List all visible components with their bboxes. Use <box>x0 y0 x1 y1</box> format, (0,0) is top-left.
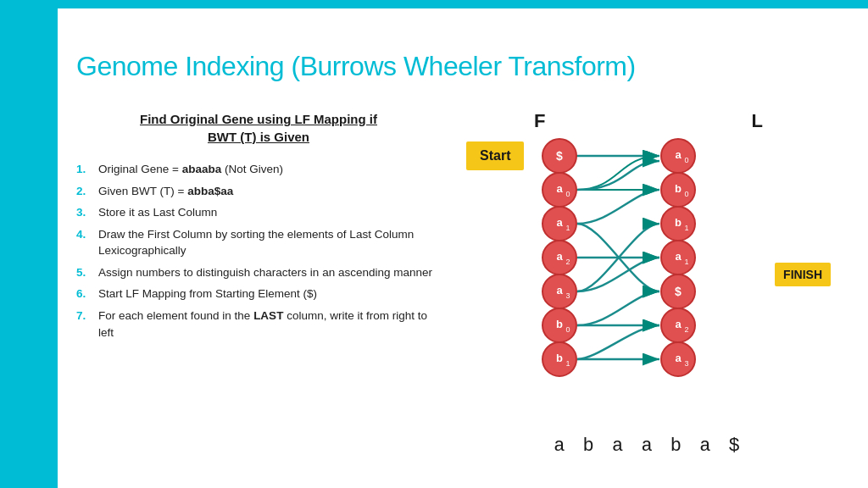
svg-text:a: a <box>556 182 563 195</box>
left-panel: Find Original Gene using LF Mapping if B… <box>76 110 441 346</box>
start-badge: Start <box>466 141 524 170</box>
svg-text:a: a <box>675 318 682 330</box>
list-item: 5. Assign numbers to distinguish charact… <box>76 264 441 281</box>
svg-text:a: a <box>675 250 682 263</box>
svg-text:a: a <box>675 148 682 161</box>
left-sidebar <box>0 0 58 488</box>
list-item: 6. Start LF Mapping from Starting Elemen… <box>76 286 441 302</box>
svg-text:0: 0 <box>684 190 688 198</box>
list-item: 2. Given BWT (T) = abba$aa <box>76 183 441 200</box>
svg-text:b: b <box>675 182 682 195</box>
step-number: 5. <box>76 264 92 281</box>
svg-text:3: 3 <box>684 359 688 368</box>
svg-text:a: a <box>556 250 563 263</box>
right-panel: F L Start FINISH <box>466 110 831 457</box>
step-number: 6. <box>76 286 92 302</box>
list-item: 1. Original Gene = abaaba (Not Given) <box>76 161 441 178</box>
section-title: Find Original Gene using LF Mapping if B… <box>76 110 441 146</box>
svg-text:1: 1 <box>565 224 570 232</box>
svg-text:3: 3 <box>565 291 570 300</box>
l-column-label: L <box>752 110 763 132</box>
svg-text:b: b <box>556 352 563 364</box>
bottom-sequence: a b a a b a $ <box>466 435 831 457</box>
list-item: 4. Draw the First Column by sorting the … <box>76 226 441 259</box>
top-bar <box>0 0 868 8</box>
step-text: Draw the First Column by sorting the ele… <box>98 226 441 259</box>
finish-badge: FINISH <box>775 263 831 286</box>
svg-text:0: 0 <box>565 325 570 334</box>
svg-text:a: a <box>675 352 682 364</box>
svg-text:a: a <box>556 216 563 229</box>
lf-mapping-diagram: $ a 0 a 1 a 2 a 3 <box>466 137 788 425</box>
step-text: Assign numbers to distinguish characters… <box>98 264 441 281</box>
svg-text:a: a <box>556 284 563 297</box>
step-number: 1. <box>76 161 92 178</box>
step-number: 7. <box>76 308 92 341</box>
list-item: 3. Store it as Last Column <box>76 204 441 221</box>
svg-text:1: 1 <box>684 258 688 266</box>
svg-text:2: 2 <box>565 258 570 266</box>
list-item: 7. For each element found in the LAST co… <box>76 308 441 341</box>
f-column-label: F <box>534 110 545 132</box>
svg-text:0: 0 <box>684 156 688 164</box>
step-number: 2. <box>76 183 92 200</box>
steps-list: 1. Original Gene = abaaba (Not Given) 2.… <box>76 161 441 341</box>
svg-text:0: 0 <box>565 190 570 198</box>
svg-text:b: b <box>556 318 563 330</box>
page-title: Genome Indexing (Burrows Wheeler Transfo… <box>76 51 636 82</box>
step-number: 4. <box>76 226 92 259</box>
step-text: Given BWT (T) = abba$aa <box>98 183 441 200</box>
step-text: For each element found in the LAST colum… <box>98 308 441 341</box>
svg-text:1: 1 <box>684 224 688 232</box>
step-text: Start LF Mapping from Starting Element (… <box>98 286 441 302</box>
svg-text:b: b <box>675 216 682 229</box>
step-text: Store it as Last Column <box>98 204 441 221</box>
svg-text:$: $ <box>556 149 563 163</box>
diagram-container: Start FINISH <box>466 137 831 429</box>
step-text: Original Gene = abaaba (Not Given) <box>98 161 441 178</box>
svg-text:2: 2 <box>684 325 688 334</box>
svg-text:1: 1 <box>565 359 570 368</box>
svg-text:$: $ <box>675 285 682 298</box>
step-number: 3. <box>76 204 92 221</box>
